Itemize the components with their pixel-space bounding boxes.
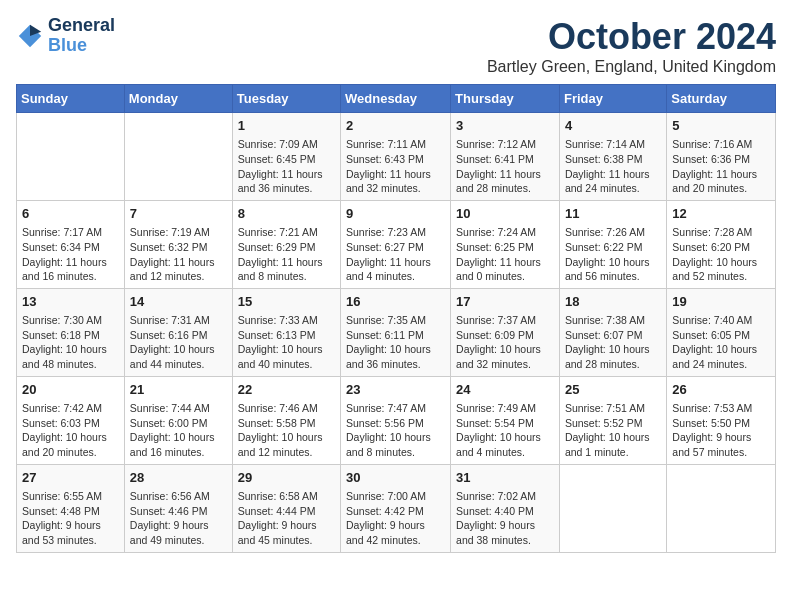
calendar-cell: 12Sunrise: 7:28 AM Sunset: 6:20 PM Dayli… — [667, 200, 776, 288]
calendar-header-row: SundayMondayTuesdayWednesdayThursdayFrid… — [17, 85, 776, 113]
day-info: Sunrise: 7:30 AM Sunset: 6:18 PM Dayligh… — [22, 313, 119, 372]
page-header: General Blue October 2024 Bartley Green,… — [16, 16, 776, 76]
calendar-cell: 11Sunrise: 7:26 AM Sunset: 6:22 PM Dayli… — [559, 200, 666, 288]
calendar-cell: 10Sunrise: 7:24 AM Sunset: 6:25 PM Dayli… — [451, 200, 560, 288]
day-info: Sunrise: 7:35 AM Sunset: 6:11 PM Dayligh… — [346, 313, 445, 372]
col-header-monday: Monday — [124, 85, 232, 113]
day-number: 17 — [456, 293, 554, 311]
day-number: 14 — [130, 293, 227, 311]
day-info: Sunrise: 7:21 AM Sunset: 6:29 PM Dayligh… — [238, 225, 335, 284]
day-number: 20 — [22, 381, 119, 399]
calendar-cell: 1Sunrise: 7:09 AM Sunset: 6:45 PM Daylig… — [232, 113, 340, 201]
day-number: 10 — [456, 205, 554, 223]
day-info: Sunrise: 7:12 AM Sunset: 6:41 PM Dayligh… — [456, 137, 554, 196]
day-number: 19 — [672, 293, 770, 311]
day-info: Sunrise: 7:14 AM Sunset: 6:38 PM Dayligh… — [565, 137, 661, 196]
day-number: 6 — [22, 205, 119, 223]
calendar-cell: 13Sunrise: 7:30 AM Sunset: 6:18 PM Dayli… — [17, 288, 125, 376]
logo-text: General Blue — [48, 16, 115, 56]
day-number: 27 — [22, 469, 119, 487]
calendar-cell — [559, 464, 666, 552]
day-number: 22 — [238, 381, 335, 399]
calendar-cell: 17Sunrise: 7:37 AM Sunset: 6:09 PM Dayli… — [451, 288, 560, 376]
month-title: October 2024 — [487, 16, 776, 58]
col-header-saturday: Saturday — [667, 85, 776, 113]
day-number: 7 — [130, 205, 227, 223]
day-number: 28 — [130, 469, 227, 487]
day-info: Sunrise: 7:31 AM Sunset: 6:16 PM Dayligh… — [130, 313, 227, 372]
calendar-cell: 23Sunrise: 7:47 AM Sunset: 5:56 PM Dayli… — [341, 376, 451, 464]
calendar-cell: 30Sunrise: 7:00 AM Sunset: 4:42 PM Dayli… — [341, 464, 451, 552]
day-info: Sunrise: 7:09 AM Sunset: 6:45 PM Dayligh… — [238, 137, 335, 196]
calendar-cell: 15Sunrise: 7:33 AM Sunset: 6:13 PM Dayli… — [232, 288, 340, 376]
day-number: 18 — [565, 293, 661, 311]
day-number: 31 — [456, 469, 554, 487]
calendar-week-row: 6Sunrise: 7:17 AM Sunset: 6:34 PM Daylig… — [17, 200, 776, 288]
day-number: 23 — [346, 381, 445, 399]
day-info: Sunrise: 7:17 AM Sunset: 6:34 PM Dayligh… — [22, 225, 119, 284]
col-header-tuesday: Tuesday — [232, 85, 340, 113]
day-number: 26 — [672, 381, 770, 399]
day-number: 4 — [565, 117, 661, 135]
title-block: October 2024 Bartley Green, England, Uni… — [487, 16, 776, 76]
day-info: Sunrise: 7:37 AM Sunset: 6:09 PM Dayligh… — [456, 313, 554, 372]
day-number: 2 — [346, 117, 445, 135]
calendar-cell: 26Sunrise: 7:53 AM Sunset: 5:50 PM Dayli… — [667, 376, 776, 464]
calendar-cell: 3Sunrise: 7:12 AM Sunset: 6:41 PM Daylig… — [451, 113, 560, 201]
day-info: Sunrise: 7:47 AM Sunset: 5:56 PM Dayligh… — [346, 401, 445, 460]
calendar-table: SundayMondayTuesdayWednesdayThursdayFrid… — [16, 84, 776, 553]
day-number: 30 — [346, 469, 445, 487]
logo: General Blue — [16, 16, 115, 56]
calendar-week-row: 27Sunrise: 6:55 AM Sunset: 4:48 PM Dayli… — [17, 464, 776, 552]
day-info: Sunrise: 7:26 AM Sunset: 6:22 PM Dayligh… — [565, 225, 661, 284]
calendar-cell: 14Sunrise: 7:31 AM Sunset: 6:16 PM Dayli… — [124, 288, 232, 376]
day-info: Sunrise: 7:00 AM Sunset: 4:42 PM Dayligh… — [346, 489, 445, 548]
calendar-cell: 24Sunrise: 7:49 AM Sunset: 5:54 PM Dayli… — [451, 376, 560, 464]
day-info: Sunrise: 7:28 AM Sunset: 6:20 PM Dayligh… — [672, 225, 770, 284]
calendar-week-row: 20Sunrise: 7:42 AM Sunset: 6:03 PM Dayli… — [17, 376, 776, 464]
day-info: Sunrise: 7:11 AM Sunset: 6:43 PM Dayligh… — [346, 137, 445, 196]
calendar-cell: 4Sunrise: 7:14 AM Sunset: 6:38 PM Daylig… — [559, 113, 666, 201]
day-number: 3 — [456, 117, 554, 135]
calendar-cell: 18Sunrise: 7:38 AM Sunset: 6:07 PM Dayli… — [559, 288, 666, 376]
day-info: Sunrise: 7:16 AM Sunset: 6:36 PM Dayligh… — [672, 137, 770, 196]
day-info: Sunrise: 7:46 AM Sunset: 5:58 PM Dayligh… — [238, 401, 335, 460]
day-info: Sunrise: 7:40 AM Sunset: 6:05 PM Dayligh… — [672, 313, 770, 372]
day-info: Sunrise: 7:33 AM Sunset: 6:13 PM Dayligh… — [238, 313, 335, 372]
day-number: 16 — [346, 293, 445, 311]
day-info: Sunrise: 7:51 AM Sunset: 5:52 PM Dayligh… — [565, 401, 661, 460]
calendar-cell: 20Sunrise: 7:42 AM Sunset: 6:03 PM Dayli… — [17, 376, 125, 464]
calendar-cell: 21Sunrise: 7:44 AM Sunset: 6:00 PM Dayli… — [124, 376, 232, 464]
day-info: Sunrise: 7:02 AM Sunset: 4:40 PM Dayligh… — [456, 489, 554, 548]
day-info: Sunrise: 7:19 AM Sunset: 6:32 PM Dayligh… — [130, 225, 227, 284]
calendar-cell — [667, 464, 776, 552]
calendar-cell: 2Sunrise: 7:11 AM Sunset: 6:43 PM Daylig… — [341, 113, 451, 201]
day-info: Sunrise: 6:55 AM Sunset: 4:48 PM Dayligh… — [22, 489, 119, 548]
calendar-cell: 29Sunrise: 6:58 AM Sunset: 4:44 PM Dayli… — [232, 464, 340, 552]
calendar-cell: 8Sunrise: 7:21 AM Sunset: 6:29 PM Daylig… — [232, 200, 340, 288]
calendar-cell: 9Sunrise: 7:23 AM Sunset: 6:27 PM Daylig… — [341, 200, 451, 288]
day-info: Sunrise: 6:58 AM Sunset: 4:44 PM Dayligh… — [238, 489, 335, 548]
col-header-friday: Friday — [559, 85, 666, 113]
calendar-week-row: 1Sunrise: 7:09 AM Sunset: 6:45 PM Daylig… — [17, 113, 776, 201]
calendar-cell: 16Sunrise: 7:35 AM Sunset: 6:11 PM Dayli… — [341, 288, 451, 376]
day-info: Sunrise: 6:56 AM Sunset: 4:46 PM Dayligh… — [130, 489, 227, 548]
day-info: Sunrise: 7:53 AM Sunset: 5:50 PM Dayligh… — [672, 401, 770, 460]
calendar-cell — [17, 113, 125, 201]
day-number: 25 — [565, 381, 661, 399]
calendar-cell: 5Sunrise: 7:16 AM Sunset: 6:36 PM Daylig… — [667, 113, 776, 201]
calendar-cell: 22Sunrise: 7:46 AM Sunset: 5:58 PM Dayli… — [232, 376, 340, 464]
day-number: 13 — [22, 293, 119, 311]
location: Bartley Green, England, United Kingdom — [487, 58, 776, 76]
day-number: 9 — [346, 205, 445, 223]
day-number: 11 — [565, 205, 661, 223]
col-header-thursday: Thursday — [451, 85, 560, 113]
day-info: Sunrise: 7:24 AM Sunset: 6:25 PM Dayligh… — [456, 225, 554, 284]
day-number: 29 — [238, 469, 335, 487]
logo-icon — [16, 22, 44, 50]
calendar-cell: 25Sunrise: 7:51 AM Sunset: 5:52 PM Dayli… — [559, 376, 666, 464]
day-number: 1 — [238, 117, 335, 135]
calendar-cell: 27Sunrise: 6:55 AM Sunset: 4:48 PM Dayli… — [17, 464, 125, 552]
day-info: Sunrise: 7:42 AM Sunset: 6:03 PM Dayligh… — [22, 401, 119, 460]
calendar-cell: 19Sunrise: 7:40 AM Sunset: 6:05 PM Dayli… — [667, 288, 776, 376]
